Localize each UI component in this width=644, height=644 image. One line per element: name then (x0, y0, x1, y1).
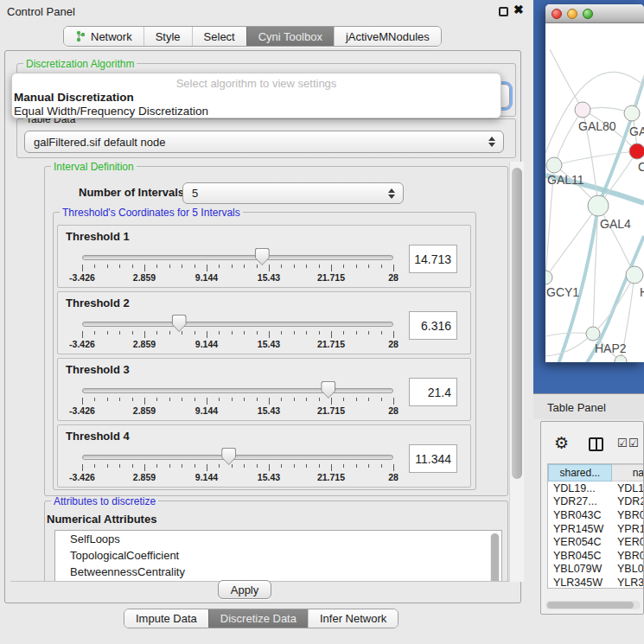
threshold-label: Threshold 4 (66, 430, 130, 443)
table-cell[interactable]: YBL079W (548, 563, 612, 575)
tab-cyni-toolbox[interactable]: Cyni Toolbox (246, 27, 334, 46)
threshold-slider-track[interactable] (82, 455, 393, 460)
tab-infer-network[interactable]: Infer Network (308, 609, 398, 628)
network-view-background: GAL80GACGAL11GAL4GCY1HHAP2 (533, 0, 644, 393)
num-intervals-value: 5 (192, 187, 198, 200)
attribute-list-item[interactable]: BetweennessCentrality (55, 564, 501, 580)
tab-discretize-data[interactable]: Discretize Data (208, 609, 308, 628)
network-window-titlebar[interactable] (545, 4, 644, 23)
attributes-group-title: Attributes to discretize (51, 496, 158, 507)
settings-vertical-scrollbar[interactable] (509, 162, 524, 582)
gear-icon[interactable]: ⚙ (554, 433, 569, 453)
window-zoom-icon[interactable] (583, 9, 593, 19)
window-close-icon[interactable] (552, 9, 562, 19)
slider-scale-labels: -3.4262.8599.14415.4321.71528 (82, 339, 393, 350)
table-cell[interactable]: YLR345W (548, 577, 612, 589)
network-node[interactable] (586, 327, 600, 341)
column-header-name[interactable]: na (612, 464, 644, 481)
tab-network[interactable]: Network (64, 27, 143, 46)
table-cell[interactable]: YBL0 (612, 563, 644, 575)
threshold-value-field[interactable]: 14.713 (409, 245, 457, 273)
table-row[interactable]: YBL079WYBL0 (548, 563, 644, 577)
threshold-slider-track[interactable] (82, 322, 393, 327)
close-panel-icon[interactable]: ✖ (513, 3, 524, 16)
table-data-combobox[interactable]: galFiltered.sif default node (24, 131, 504, 153)
network-node[interactable] (545, 271, 552, 284)
table-cell[interactable]: YPR145W (548, 523, 612, 535)
table-cell[interactable]: YER054C (548, 536, 612, 548)
slider-ticks (82, 398, 393, 405)
tab-label: jActiveMNodules (346, 30, 430, 43)
tab-impute-data[interactable]: Impute Data (124, 609, 208, 628)
threshold-slider-track[interactable] (82, 388, 393, 393)
network-edge[interactable] (554, 151, 637, 165)
threshold-value-field[interactable]: 6.316 (409, 311, 457, 340)
column-header-shared-name[interactable]: shared... (548, 464, 612, 481)
table-cell[interactable]: YDR27... (548, 495, 612, 507)
table-cell[interactable]: YER0 (612, 536, 644, 548)
numerical-attributes-list[interactable]: SelfLoopsTopologicalCoefficientBetweenne… (54, 530, 502, 582)
algorithm-placeholder-option[interactable]: Select algorithm to view settings (12, 77, 501, 90)
network-node[interactable] (629, 143, 644, 159)
table-row[interactable]: YPR145WYPR1 (548, 522, 644, 536)
checkbox-icon[interactable]: ☑ (617, 437, 628, 450)
thresholds-group-title: Threshold's Coordinates for 5 Intervals (60, 207, 243, 218)
network-node[interactable] (546, 157, 562, 173)
network-node[interactable] (575, 102, 590, 118)
network-edge[interactable] (545, 361, 621, 362)
attribute-list-item[interactable]: TopologicalCoefficient (55, 547, 501, 564)
table-cell[interactable]: YDL1 (612, 482, 644, 494)
threshold-panel: Threshold 3-3.4262.8599.14415.4321.71528… (57, 358, 471, 421)
network-edge[interactable] (554, 110, 583, 165)
checkbox-icon[interactable]: ☑ (628, 437, 639, 450)
table-row[interactable]: YBR043CYBR0 (548, 508, 644, 522)
threshold-slider-thumb[interactable] (172, 315, 187, 332)
float-panel-icon[interactable] (499, 7, 508, 16)
table-row[interactable]: YDL19...YDL1 (548, 481, 644, 495)
settings-scroll-area: Interval Definition Number of Intervals … (10, 162, 509, 582)
table-cell[interactable]: YLR3 (612, 577, 644, 589)
table-cell[interactable]: YBR045C (548, 550, 612, 562)
algorithm-option-equal-width[interactable]: Equal Width/Frequency Discretization (14, 105, 208, 118)
split-columns-icon[interactable] (589, 437, 603, 451)
table-cell[interactable]: YPR1 (612, 523, 644, 535)
node-attribute-table[interactable]: shared... na YDL19...YDL1YDR27...YDR2YBR… (547, 463, 644, 589)
network-edge[interactable] (598, 206, 634, 275)
table-horizontal-scrollbar[interactable] (545, 601, 641, 609)
table-cell[interactable]: YBR0 (612, 550, 644, 562)
network-node[interactable] (588, 195, 609, 216)
network-edge[interactable] (550, 49, 583, 110)
threshold-slider-thumb[interactable] (321, 381, 335, 399)
table-row[interactable]: YBR045CYBR0 (548, 549, 644, 563)
threshold-slider-thumb[interactable] (255, 248, 270, 265)
table-row[interactable]: YLR345WYLR3 (548, 576, 644, 589)
algorithm-group-title: Discretization Algorithm (23, 59, 137, 69)
apply-button[interactable]: Apply (218, 580, 271, 599)
table-cell[interactable]: YDL19... (548, 482, 612, 494)
tab-label: Network (91, 30, 132, 43)
attributes-list-scrollbar[interactable] (490, 533, 500, 582)
tab-jactivemnodules[interactable]: jActiveMNodules (334, 27, 441, 46)
tab-select[interactable]: Select (192, 27, 246, 46)
threshold-slider-thumb[interactable] (221, 448, 236, 465)
table-row[interactable]: YER054CYER0 (548, 535, 644, 549)
table-row[interactable]: YDR27...YDR2 (548, 495, 644, 509)
network-node-label: GAL80 (578, 119, 616, 133)
threshold-panel: Threshold 4-3.4262.8599.14415.4321.71528… (57, 424, 471, 488)
threshold-value-field[interactable]: 11.344 (409, 444, 457, 473)
threshold-value-field[interactable]: 21.4 (409, 378, 457, 406)
threshold-slider-track[interactable] (82, 255, 393, 260)
num-intervals-combobox[interactable]: 5 (182, 182, 404, 204)
window-minimize-icon[interactable] (567, 9, 577, 19)
tab-style[interactable]: Style (143, 27, 192, 46)
algorithm-option-manual[interactable]: Manual Discretization (14, 91, 134, 104)
table-cell[interactable]: YBR043C (548, 509, 612, 521)
network-canvas[interactable]: GAL80GACGAL11GAL4GCY1HHAP2 (545, 23, 644, 362)
attribute-list-item[interactable]: SelfLoops (55, 531, 501, 547)
table-cell[interactable]: YDR2 (612, 495, 644, 507)
num-intervals-label: Number of Intervals (79, 186, 184, 199)
table-cell[interactable]: YBR0 (612, 509, 644, 521)
network-node[interactable] (624, 105, 640, 121)
network-node[interactable] (626, 266, 643, 284)
network-node[interactable] (615, 355, 627, 362)
